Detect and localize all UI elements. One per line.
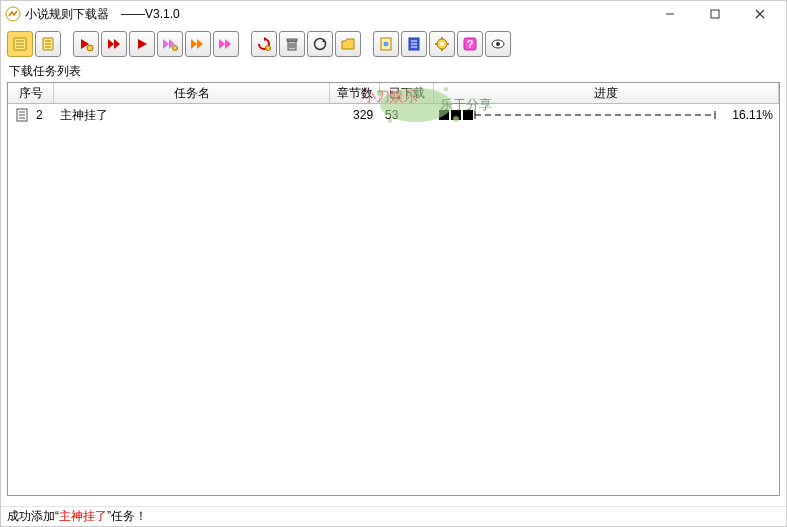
play-single-button[interactable] (129, 31, 155, 57)
task-table: 小刀娱乐 乐于分享 序号 任务名 章节数 已下载 进度 2 主神挂了 329 5… (7, 82, 780, 496)
help-button[interactable]: ? (457, 31, 483, 57)
svg-marker-22 (197, 39, 203, 49)
page-yellow-button[interactable] (373, 31, 399, 57)
settings-button[interactable] (429, 31, 455, 57)
new-task-button[interactable] (7, 31, 33, 57)
svg-point-49 (496, 42, 500, 46)
document-icon (14, 107, 30, 123)
svg-marker-18 (163, 39, 169, 49)
status-bar: 成功添加“ 主神挂了 ”任务！ (1, 506, 786, 526)
close-button[interactable] (737, 1, 782, 27)
svg-point-26 (266, 46, 271, 51)
cell-name: 主神挂了 (54, 107, 329, 124)
svg-marker-21 (191, 39, 197, 49)
app-icon (5, 6, 21, 22)
reload-button[interactable] (307, 31, 333, 57)
th-progress[interactable]: 进度 (434, 83, 779, 103)
cell-index: 2 (8, 107, 54, 123)
table-header: 序号 任务名 章节数 已下载 进度 (8, 83, 779, 104)
title-bar: 小说规则下载器 ——V3.1.0 (1, 1, 786, 27)
trash-button[interactable] (279, 31, 305, 57)
svg-rect-28 (287, 39, 297, 41)
svg-rect-59 (439, 110, 449, 120)
th-name[interactable]: 任务名 (54, 83, 330, 103)
window-title: 小说规则下载器 ——V3.1.0 (25, 6, 647, 23)
svg-point-41 (440, 42, 444, 46)
svg-rect-2 (711, 10, 719, 18)
svg-rect-61 (463, 110, 473, 120)
svg-marker-16 (114, 39, 120, 49)
svg-marker-24 (225, 39, 231, 49)
window-controls (647, 1, 782, 27)
status-task-name: 主神挂了 (59, 508, 107, 525)
status-suffix: ”任务！ (107, 508, 147, 525)
maximize-button[interactable] (692, 1, 737, 27)
svg-text:?: ? (467, 38, 474, 50)
th-chapters[interactable]: 章节数 (330, 83, 380, 103)
th-downloaded[interactable]: 已下载 (380, 83, 434, 103)
ff-orange-button[interactable] (185, 31, 211, 57)
svg-point-20 (173, 46, 178, 51)
page-blue-button[interactable] (401, 31, 427, 57)
cell-index-text: 2 (36, 108, 43, 122)
minimize-button[interactable] (647, 1, 692, 27)
svg-marker-23 (219, 39, 225, 49)
svg-point-14 (87, 45, 93, 51)
ff-gear-button[interactable] (157, 31, 183, 57)
eye-button[interactable] (485, 31, 511, 57)
ff-pink-button[interactable] (213, 31, 239, 57)
progress-percent: 16.11% (725, 108, 773, 122)
svg-rect-60 (451, 110, 461, 120)
toolbar: ? (1, 27, 786, 61)
cell-progress: 16.11% (433, 108, 779, 122)
svg-marker-15 (108, 39, 114, 49)
refresh-gear-button[interactable] (251, 31, 277, 57)
task-list-button[interactable] (35, 31, 61, 57)
svg-point-35 (384, 42, 389, 47)
table-row[interactable]: 2 主神挂了 329 53 16.11% (8, 104, 779, 126)
svg-marker-17 (138, 39, 147, 49)
th-index[interactable]: 序号 (8, 83, 54, 103)
cell-downloaded: 53 (379, 108, 433, 122)
section-label: 下载任务列表 (1, 61, 786, 80)
folder-button[interactable] (335, 31, 361, 57)
play-double-button[interactable] (101, 31, 127, 57)
progress-bar (439, 108, 719, 122)
play-gear-button[interactable] (73, 31, 99, 57)
cell-chapters: 329 (329, 108, 379, 122)
status-prefix: 成功添加“ (7, 508, 59, 525)
